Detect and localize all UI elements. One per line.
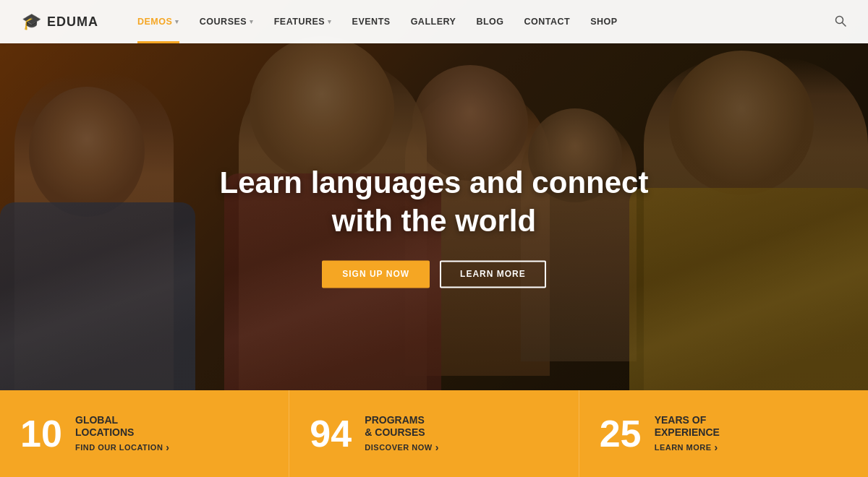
logo-text: EDUMA [47, 14, 98, 30]
hero-buttons: SIGN UP NOW LEARN MORE [217, 260, 651, 288]
stat-link-locations[interactable]: FIND OUR LOCATION [75, 442, 170, 453]
nav-item-demos[interactable]: DEMOS ▾ [127, 0, 190, 43]
nav-item-blog[interactable]: BLOG [466, 0, 514, 43]
stat-item-experience: 25 YEARS OFEXPERIENCE LEARN MORE [579, 390, 868, 477]
logo-icon: 🎓 [22, 12, 41, 31]
svg-line-1 [843, 22, 846, 26]
logo[interactable]: 🎓 EDUMA [22, 12, 98, 31]
signup-button[interactable]: SIGN UP NOW [322, 260, 430, 288]
stat-number-experience: 25 [600, 415, 643, 452]
stat-item-locations: 10 GLOBALLOCATIONS FIND OUR LOCATION [0, 390, 289, 477]
hero-title: Learn languages and connect with the wor… [217, 164, 651, 240]
stat-item-programs: 94 PROGRAMS& COURSES DISCOVER NOW [289, 390, 579, 477]
nav-item-shop[interactable]: SHOP [580, 0, 627, 43]
stat-label-programs: PROGRAMS& COURSES [365, 414, 439, 439]
chevron-down-icon: ▾ [250, 18, 254, 25]
nav-item-gallery[interactable]: GALLERY [401, 0, 467, 43]
stats-bar: 10 GLOBALLOCATIONS FIND OUR LOCATION 94 … [0, 390, 868, 477]
nav-links: DEMOS ▾ COURSES ▾ FEATURES ▾ EVENTS GALL… [127, 0, 835, 43]
chevron-down-icon: ▾ [328, 18, 332, 25]
stat-info-locations: GLOBALLOCATIONS FIND OUR LOCATION [75, 414, 170, 453]
stat-info-programs: PROGRAMS& COURSES DISCOVER NOW [365, 414, 439, 453]
search-icon[interactable] [835, 15, 846, 29]
stat-number-programs: 94 [310, 415, 353, 452]
nav-item-contact[interactable]: CONTACT [514, 0, 581, 43]
stat-link-programs[interactable]: DISCOVER NOW [365, 442, 439, 453]
hero-section: 🎓 EDUMA DEMOS ▾ COURSES ▾ FEATURES ▾ EVE… [0, 0, 868, 477]
stat-link-experience[interactable]: LEARN MORE [655, 442, 720, 453]
nav-item-events[interactable]: EVENTS [342, 0, 401, 43]
chevron-down-icon: ▾ [175, 18, 179, 25]
stat-label-locations: GLOBALLOCATIONS [75, 414, 170, 439]
stat-info-experience: YEARS OFEXPERIENCE LEARN MORE [655, 414, 720, 453]
nav-item-courses[interactable]: COURSES ▾ [190, 0, 264, 43]
stat-label-experience: YEARS OFEXPERIENCE [655, 414, 720, 439]
learn-more-button[interactable]: LEARN MORE [440, 260, 546, 288]
navbar: 🎓 EDUMA DEMOS ▾ COURSES ▾ FEATURES ▾ EVE… [0, 0, 868, 43]
nav-item-features[interactable]: FEATURES ▾ [264, 0, 342, 43]
stat-number-locations: 10 [20, 415, 64, 452]
hero-content: Learn languages and connect with the wor… [217, 164, 651, 288]
